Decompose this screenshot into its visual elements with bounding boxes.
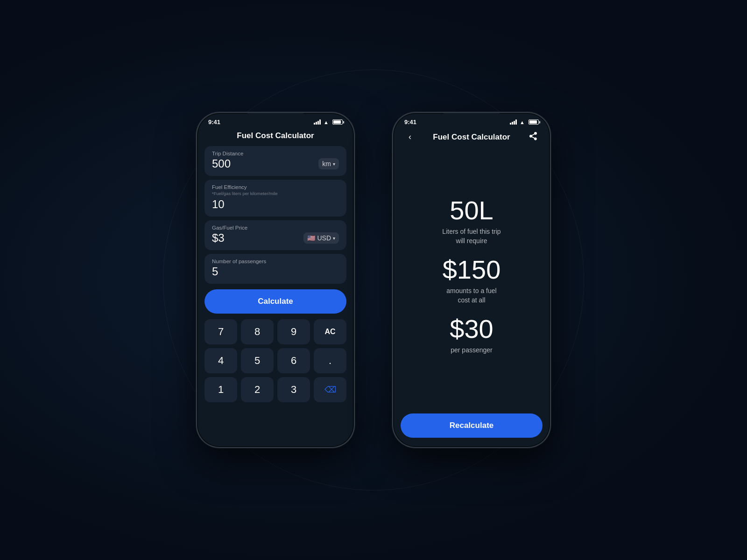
key-5[interactable]: 5 — [241, 348, 274, 373]
key-4[interactable]: 4 — [204, 348, 237, 373]
status-icons-right: ▲ — [510, 119, 539, 125]
share-icon — [529, 131, 537, 140]
per-passenger-label: per passenger — [450, 346, 493, 355]
app-title-left: Fuel Cost Calculator — [206, 131, 345, 140]
key-6[interactable]: 6 — [277, 348, 310, 373]
input-fields: Trip Distance 500 km ▾ Fuel Efficiency *… — [204, 146, 346, 284]
back-button[interactable]: ‹ — [402, 132, 417, 142]
right-screen: ‹ Fuel Cost Calculator 50L Liters of fue… — [393, 127, 550, 447]
phone-right: 9:41 ▲ ‹ Fuel Cost Calculator — [392, 112, 551, 448]
signal-icon — [314, 119, 321, 125]
fuel-amount-result: 50L Liters of fuel this tripwill require — [442, 197, 500, 245]
per-passenger-result: $30 per passenger — [450, 316, 493, 355]
wifi-icon: ▲ — [520, 119, 525, 125]
status-icons-left: ▲ — [314, 119, 343, 125]
backspace-icon: ⌫ — [324, 385, 336, 395]
trip-distance-unit[interactable]: km ▾ — [318, 158, 339, 169]
key-2[interactable]: 2 — [241, 377, 274, 402]
key-dot[interactable]: . — [314, 348, 346, 373]
gas-price-value: $3 — [212, 231, 225, 245]
key-1[interactable]: 1 — [204, 377, 237, 402]
passengers-label: Number of passengers — [212, 259, 339, 264]
trip-distance-field[interactable]: Trip Distance 500 km ▾ — [204, 146, 346, 176]
chevron-down-icon: ▾ — [333, 236, 335, 241]
share-button[interactable] — [526, 131, 541, 143]
recalculate-button[interactable]: Recalculate — [401, 413, 543, 438]
fuel-efficiency-sublabel: *Fuel/gas liters per kilometer/mile — [212, 191, 339, 196]
chevron-down-icon: ▾ — [333, 161, 335, 167]
passengers-value: 5 — [212, 265, 218, 278]
nav-bar-right: ‹ Fuel Cost Calculator — [393, 127, 550, 148]
signal-icon — [510, 119, 517, 125]
total-cost-result: $150 amounts to a fuelcost at all — [443, 257, 501, 305]
per-passenger-value: $30 — [450, 316, 493, 342]
total-cost-value: $150 — [443, 257, 501, 283]
notch-left — [247, 113, 303, 126]
fuel-efficiency-field[interactable]: Fuel Efficiency *Fuel/gas liters per kil… — [204, 180, 346, 217]
app-title-right: Fuel Cost Calculator — [417, 133, 526, 142]
flag-icon: 🇺🇸 — [307, 234, 315, 242]
calculate-button[interactable]: Calculate — [204, 289, 346, 314]
trip-distance-label: Trip Distance — [212, 151, 339, 156]
battery-icon — [529, 119, 539, 125]
fuel-efficiency-label: Fuel Efficiency — [212, 184, 339, 190]
passengers-field[interactable]: Number of passengers 5 — [204, 254, 346, 284]
key-9[interactable]: 9 — [277, 319, 310, 344]
key-7[interactable]: 7 — [204, 319, 237, 344]
key-8[interactable]: 8 — [241, 319, 274, 344]
notch-right — [444, 113, 500, 126]
gas-price-field[interactable]: Gas/Fuel Price $3 🇺🇸 USD ▾ — [204, 220, 346, 250]
key-3[interactable]: 3 — [277, 377, 310, 402]
key-ac[interactable]: AC — [314, 319, 346, 344]
results-section: 50L Liters of fuel this tripwill require… — [393, 148, 550, 413]
nav-bar-left: Fuel Cost Calculator — [204, 127, 346, 146]
total-cost-label: amounts to a fuelcost at all — [443, 287, 501, 305]
fuel-amount-label: Liters of fuel this tripwill require — [442, 227, 500, 245]
wifi-icon: ▲ — [324, 119, 329, 125]
currency-selector[interactable]: 🇺🇸 USD ▾ — [303, 232, 339, 244]
phone-left: 9:41 ▲ Fuel Cost Calculator Trip Distanc… — [196, 112, 355, 448]
battery-icon — [332, 119, 343, 125]
numpad: 7 8 9 AC 4 5 6 . 1 2 3 ⌫ — [204, 319, 346, 402]
trip-distance-value: 500 — [212, 157, 231, 170]
time-right: 9:41 — [404, 119, 416, 126]
gas-price-label: Gas/Fuel Price — [212, 225, 339, 231]
left-screen: Fuel Cost Calculator Trip Distance 500 k… — [197, 127, 354, 447]
time-left: 9:41 — [208, 119, 220, 126]
key-backspace[interactable]: ⌫ — [314, 377, 346, 402]
fuel-amount-value: 50L — [442, 197, 500, 224]
fuel-efficiency-value: 10 — [212, 198, 225, 211]
